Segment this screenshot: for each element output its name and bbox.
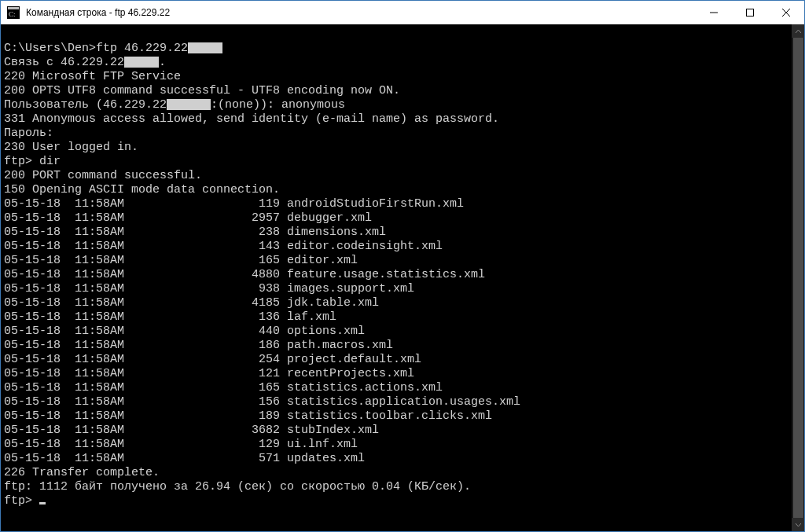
titlebar[interactable]: C: Командная строка - ftp 46.229.22: [1, 1, 804, 24]
scrollbar-down-button[interactable]: [792, 518, 804, 531]
minimize-icon: [710, 9, 718, 17]
cmd-icon: C:: [7, 6, 20, 19]
window-title: Командная строка - ftp 46.229.22: [26, 7, 170, 18]
minimize-button[interactable]: [696, 1, 732, 24]
terminal-output[interactable]: C:\Users\Den>ftp 46.229.22 Связь с 46.22…: [1, 24, 804, 512]
close-icon: [782, 9, 790, 17]
chevron-up-icon: [796, 30, 801, 33]
svg-text:C:: C:: [9, 10, 16, 18]
terminal-client-area: C:\Users\Den>ftp 46.229.22 Связь с 46.22…: [1, 24, 804, 531]
maximize-icon: [746, 9, 754, 17]
close-button[interactable]: [768, 1, 804, 24]
window-controls: [696, 1, 804, 24]
svg-rect-4: [747, 9, 754, 17]
scrollbar-thumb[interactable]: [793, 38, 803, 518]
chevron-down-icon: [796, 523, 801, 526]
maximize-button[interactable]: [732, 1, 768, 24]
svg-rect-1: [8, 7, 19, 9]
vertical-scrollbar[interactable]: [792, 24, 804, 531]
terminal-viewport[interactable]: C:\Users\Den>ftp 46.229.22 Связь с 46.22…: [1, 24, 804, 531]
command-prompt-window: C: Командная строка - ftp 46.229.22: [0, 0, 805, 532]
scrollbar-up-button[interactable]: [792, 24, 804, 38]
text-cursor: [39, 502, 46, 504]
